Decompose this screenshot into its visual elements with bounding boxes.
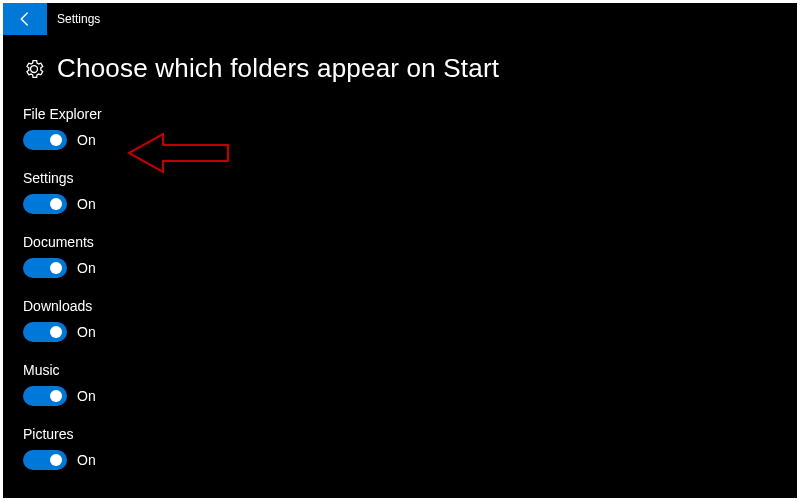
- option-label: File Explorer: [23, 106, 797, 122]
- option-label: Documents: [23, 234, 797, 250]
- option-label: Pictures: [23, 426, 797, 442]
- page-title: Choose which folders appear on Start: [57, 53, 499, 84]
- toggle-knob: [50, 454, 62, 466]
- toggle-downloads[interactable]: [23, 322, 67, 342]
- option-documents: Documents On: [23, 234, 797, 278]
- toggle-state: On: [77, 260, 96, 276]
- toggle-file-explorer[interactable]: [23, 130, 67, 150]
- toggle-knob: [50, 326, 62, 338]
- option-music: Music On: [23, 362, 797, 406]
- option-downloads: Downloads On: [23, 298, 797, 342]
- toggle-knob: [50, 390, 62, 402]
- option-label: Settings: [23, 170, 797, 186]
- toggle-state: On: [77, 324, 96, 340]
- toggle-knob: [50, 262, 62, 274]
- title-bar: Settings: [3, 3, 797, 35]
- toggle-state: On: [77, 132, 96, 148]
- toggle-state: On: [77, 452, 96, 468]
- option-label: Downloads: [23, 298, 797, 314]
- option-file-explorer: File Explorer On: [23, 106, 797, 150]
- page-header: Choose which folders appear on Start: [3, 35, 797, 102]
- arrow-left-icon: [16, 10, 34, 28]
- option-settings: Settings On: [23, 170, 797, 214]
- option-pictures: Pictures On: [23, 426, 797, 470]
- settings-window: Settings Choose which folders appear on …: [3, 3, 797, 498]
- folder-options-list: File Explorer On Settings On Documents O…: [3, 102, 797, 470]
- option-label: Music: [23, 362, 797, 378]
- toggle-documents[interactable]: [23, 258, 67, 278]
- back-button[interactable]: [3, 3, 47, 35]
- toggle-knob: [50, 134, 62, 146]
- toggle-state: On: [77, 196, 96, 212]
- toggle-state: On: [77, 388, 96, 404]
- gear-icon: [23, 58, 45, 80]
- toggle-knob: [50, 198, 62, 210]
- toggle-settings[interactable]: [23, 194, 67, 214]
- toggle-music[interactable]: [23, 386, 67, 406]
- window-title: Settings: [47, 3, 797, 35]
- toggle-pictures[interactable]: [23, 450, 67, 470]
